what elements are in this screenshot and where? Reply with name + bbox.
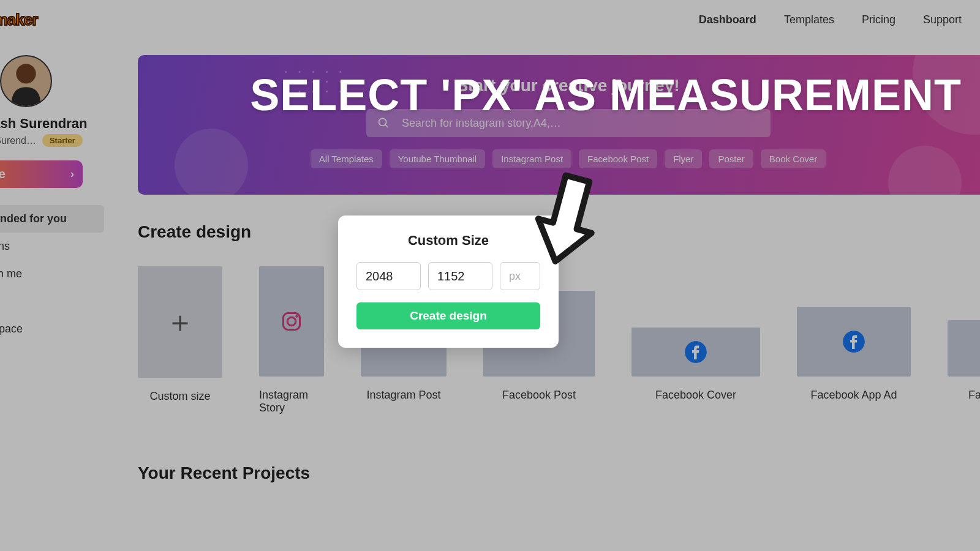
instruction-overlay: SELECT 'PX' AS MEASUREMENT (250, 72, 962, 119)
width-input[interactable] (356, 262, 421, 290)
size-inputs: px (356, 262, 540, 290)
height-input[interactable] (428, 262, 492, 290)
custom-size-popover: Custom Size px Create design (338, 216, 559, 348)
arrow-icon (530, 170, 597, 271)
create-design-button[interactable]: Create design (356, 302, 540, 329)
popover-title: Custom Size (356, 233, 540, 249)
